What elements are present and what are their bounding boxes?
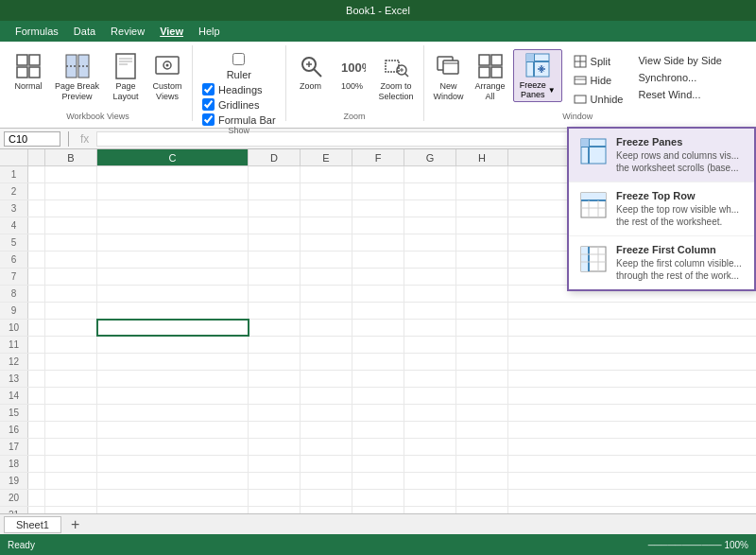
cell[interactable]: [249, 303, 301, 319]
col-header-e[interactable]: E: [301, 149, 352, 165]
cell[interactable]: [97, 303, 249, 319]
cell[interactable]: [45, 388, 97, 404]
cell[interactable]: [456, 337, 508, 353]
cell[interactable]: [97, 439, 249, 455]
zoom-button[interactable]: Zoom: [292, 49, 330, 94]
cell[interactable]: [404, 234, 456, 251]
cell[interactable]: [352, 251, 404, 268]
new-window-button[interactable]: New Window: [430, 49, 468, 104]
cell[interactable]: [404, 183, 456, 199]
cell[interactable]: [456, 371, 508, 387]
cell[interactable]: [45, 200, 97, 217]
cell[interactable]: [28, 166, 45, 182]
cell[interactable]: [45, 439, 97, 455]
col-header-f[interactable]: F: [352, 149, 404, 165]
cell[interactable]: [404, 337, 456, 353]
cell[interactable]: [404, 269, 456, 285]
cell[interactable]: [249, 405, 301, 421]
formula-bar-checkbox[interactable]: [202, 113, 215, 126]
cell[interactable]: [352, 183, 404, 199]
cell[interactable]: [249, 234, 301, 251]
cell[interactable]: [249, 354, 301, 370]
cell[interactable]: [249, 217, 301, 234]
add-sheet-button[interactable]: +: [63, 516, 87, 533]
freeze-panes-option[interactable]: Freeze Panes Keep rows and columns vis..…: [569, 129, 754, 182]
cell[interactable]: [249, 337, 301, 353]
cell[interactable]: [45, 405, 97, 421]
cell[interactable]: [45, 166, 97, 182]
cell[interactable]: [301, 200, 352, 217]
cell[interactable]: [45, 183, 97, 199]
cell[interactable]: [404, 354, 456, 370]
cell[interactable]: [352, 269, 404, 285]
cell[interactable]: [28, 422, 45, 438]
cell[interactable]: [28, 388, 45, 404]
cell[interactable]: [97, 337, 249, 353]
cell[interactable]: [45, 251, 97, 268]
gridlines-checkbox-label[interactable]: Gridlines: [202, 98, 276, 111]
cell[interactable]: [45, 217, 97, 234]
cell[interactable]: [456, 166, 508, 182]
cell[interactable]: [45, 422, 97, 438]
freeze-top-row-option[interactable]: Freeze Top Row Keep the top row visible …: [569, 182, 754, 236]
cell[interactable]: [97, 354, 249, 370]
cell[interactable]: [404, 320, 456, 336]
cell[interactable]: [301, 303, 352, 319]
cell[interactable]: [301, 269, 352, 285]
cell[interactable]: [352, 388, 404, 404]
cell[interactable]: [456, 354, 508, 370]
cell[interactable]: [97, 473, 249, 489]
cell[interactable]: [249, 490, 301, 506]
cell[interactable]: [45, 234, 97, 251]
cell[interactable]: [301, 490, 352, 506]
cell[interactable]: [456, 320, 508, 336]
cell[interactable]: [301, 473, 352, 489]
col-header-c[interactable]: C: [97, 149, 249, 165]
cell[interactable]: [404, 405, 456, 421]
cell[interactable]: [97, 217, 249, 234]
sheet1-tab[interactable]: Sheet1: [4, 516, 61, 533]
cell[interactable]: [456, 200, 508, 217]
cell[interactable]: [301, 166, 352, 182]
zoom-100-button[interactable]: 100% 100%: [334, 49, 371, 94]
cell[interactable]: [97, 183, 249, 199]
col-header-h[interactable]: H: [456, 149, 508, 165]
cell[interactable]: [28, 251, 45, 268]
unhide-button[interactable]: Unhide: [570, 91, 627, 108]
cell[interactable]: [301, 354, 352, 370]
cell[interactable]: [352, 422, 404, 438]
cell[interactable]: [249, 388, 301, 404]
ruler-checkbox-label[interactable]: Ruler: [202, 53, 276, 80]
cell[interactable]: [45, 473, 97, 489]
cell[interactable]: [97, 234, 249, 251]
cell[interactable]: [456, 388, 508, 404]
synchronize-button[interactable]: Synchrono...: [634, 70, 725, 85]
cell[interactable]: [249, 320, 301, 336]
zoom-selection-button[interactable]: Zoom to Selection: [375, 49, 418, 104]
cell[interactable]: [456, 269, 508, 285]
cell[interactable]: [45, 371, 97, 387]
cell[interactable]: [97, 320, 249, 336]
menu-view[interactable]: View: [152, 26, 191, 37]
cell[interactable]: [97, 490, 249, 506]
cell[interactable]: [352, 439, 404, 455]
formula-bar-checkbox-label[interactable]: Formula Bar: [202, 113, 276, 126]
cell[interactable]: [352, 303, 404, 319]
cell[interactable]: [28, 473, 45, 489]
cell[interactable]: [45, 286, 97, 302]
view-side-by-side-button[interactable]: View Side by Side: [634, 53, 725, 68]
cell[interactable]: [301, 422, 352, 438]
cell[interactable]: [404, 286, 456, 302]
cell[interactable]: [28, 337, 45, 353]
cell[interactable]: [456, 217, 508, 234]
cell[interactable]: [301, 251, 352, 268]
cell[interactable]: [28, 269, 45, 285]
cell[interactable]: [404, 456, 456, 472]
cell[interactable]: [45, 303, 97, 319]
split-button[interactable]: Split: [570, 53, 627, 70]
cell[interactable]: [28, 200, 45, 217]
cell[interactable]: [249, 286, 301, 302]
cell[interactable]: [97, 166, 249, 182]
cell[interactable]: [301, 456, 352, 472]
cell[interactable]: [28, 286, 45, 302]
